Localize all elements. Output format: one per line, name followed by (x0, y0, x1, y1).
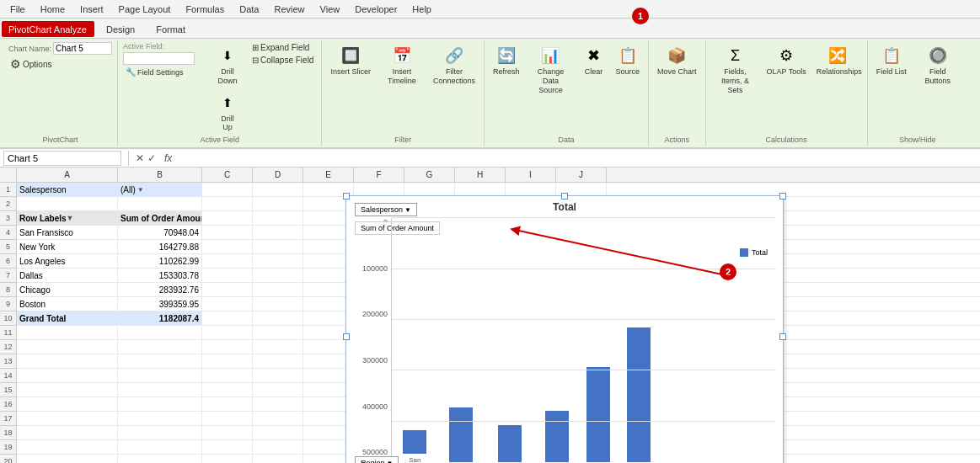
menu-developer[interactable]: Developer (348, 3, 404, 16)
row-header-17[interactable]: 17 (0, 412, 16, 426)
row-header-4[interactable]: 4 (0, 226, 16, 240)
row-header-7[interactable]: 7 (0, 269, 16, 283)
row-header-8[interactable]: 8 (0, 283, 16, 297)
row-header-1[interactable]: 1 (0, 183, 16, 197)
row-header-5[interactable]: 5 (0, 240, 16, 254)
name-box[interactable] (3, 151, 121, 166)
menu-page-layout[interactable]: Page Layout (112, 3, 178, 16)
active-field-input[interactable] (123, 52, 195, 65)
relationships-button[interactable]: 🔀 Relationships (813, 42, 862, 78)
cell-a3[interactable]: Row Labels ▼ (17, 211, 118, 225)
cell-b2[interactable] (118, 197, 202, 210)
cell-c8[interactable] (202, 283, 253, 296)
tab-design[interactable]: Design (96, 20, 146, 38)
col-header-j[interactable]: J (556, 168, 607, 182)
row-header-20[interactable]: 20 (0, 455, 16, 463)
menu-view[interactable]: View (313, 3, 347, 16)
cell-c9[interactable] (202, 297, 253, 311)
col-header-e[interactable]: E (303, 168, 354, 182)
cell-b10[interactable]: 1182087.4 (118, 311, 202, 325)
col-header-d[interactable]: D (253, 168, 303, 182)
cell-a10[interactable]: Grand Total (17, 311, 118, 325)
menu-home[interactable]: Home (34, 3, 72, 16)
filter-connections-button[interactable]: 🔗 Filter Connections (430, 42, 479, 88)
handle-lc[interactable] (343, 333, 350, 340)
source-button[interactable]: 📋 Source (612, 42, 643, 78)
menu-formulas[interactable]: Formulas (179, 3, 231, 16)
menu-insert[interactable]: Insert (73, 3, 110, 16)
cell-d2[interactable] (253, 197, 303, 210)
cell-a2[interactable] (17, 197, 118, 210)
cell-c1[interactable] (202, 183, 253, 196)
cell-b3[interactable]: Sum of Order Amount (118, 211, 202, 225)
drill-up-button[interactable]: ⬆ Drill Up (212, 89, 243, 135)
row-header-6[interactable]: 6 (0, 254, 16, 269)
cell-a1[interactable]: Salesperson (17, 183, 118, 196)
row-header-19[interactable]: 19 (0, 440, 16, 455)
cell-c6[interactable] (202, 254, 253, 268)
cell-c3[interactable] (202, 211, 253, 225)
field-list-button[interactable]: 📋 Field List (873, 42, 910, 78)
cell-d5[interactable] (253, 240, 303, 253)
cell-d10[interactable] (253, 311, 303, 325)
clear-button[interactable]: ✖ Clear (578, 42, 608, 78)
cell-a9[interactable]: Boston (17, 297, 118, 311)
chart-name-input[interactable] (53, 42, 112, 55)
region-filter-button[interactable]: Region ▼ (355, 456, 399, 463)
change-data-source-button[interactable]: 📊 Change Data Source (526, 42, 575, 96)
move-chart-button[interactable]: 📦 Move Chart (654, 42, 700, 78)
cell-b5[interactable]: 164279.88 (118, 240, 202, 253)
cell-a6[interactable]: Los Angeles (17, 254, 118, 268)
bar-dallas[interactable]: Dallas (545, 411, 569, 463)
row-header-14[interactable]: 14 (0, 369, 16, 383)
col-header-i[interactable]: I (506, 168, 556, 182)
row-header-10[interactable]: 10 (0, 311, 16, 326)
row-header-16[interactable]: 16 (0, 397, 16, 412)
cell-i1[interactable] (506, 183, 556, 196)
cell-b4[interactable]: 70948.04 (118, 226, 202, 239)
cell-c10[interactable] (202, 311, 253, 325)
drill-down-button[interactable]: ⬇ Drill Down (212, 42, 243, 88)
cell-b7[interactable]: 153303.78 (118, 269, 202, 282)
row-header-2[interactable]: 2 (0, 197, 16, 211)
handle-tl[interactable] (343, 193, 350, 200)
cell-g1[interactable] (404, 183, 455, 196)
collapse-field-button[interactable]: ⊟ Collapse Field (249, 55, 316, 66)
cell-c2[interactable] (202, 197, 253, 210)
menu-help[interactable]: Help (405, 3, 438, 16)
formula-input[interactable] (177, 153, 980, 163)
handle-rc[interactable] (779, 333, 786, 340)
menu-file[interactable]: File (3, 3, 32, 16)
tab-pivotchart-analyze[interactable]: PivotChart Analyze (2, 21, 94, 37)
col-header-f[interactable]: F (354, 168, 404, 182)
cancel-icon[interactable]: ✕ (136, 152, 144, 164)
cell-c4[interactable] (202, 226, 253, 239)
cell-b1[interactable]: (All) ▼ (118, 183, 202, 196)
cell-a5[interactable]: New York (17, 240, 118, 253)
row-header-13[interactable]: 13 (0, 354, 16, 369)
row-header-12[interactable]: 12 (0, 340, 16, 354)
cell-h1[interactable] (455, 183, 506, 196)
cell-d8[interactable] (253, 283, 303, 296)
cell-c7[interactable] (202, 269, 253, 282)
row-header-11[interactable]: 11 (0, 326, 16, 340)
col-header-c[interactable]: C (202, 168, 253, 182)
row-header-18[interactable]: 18 (0, 426, 16, 440)
col-header-a[interactable]: A (17, 168, 118, 182)
insert-timeline-button[interactable]: 📅 Insert Timeline (378, 42, 426, 88)
row-header-9[interactable]: 9 (0, 297, 16, 311)
cell-d4[interactable] (253, 226, 303, 239)
col-header-h[interactable]: H (455, 168, 506, 182)
cell-f1[interactable] (354, 183, 404, 196)
refresh-button[interactable]: 🔄 Refresh (490, 42, 523, 78)
cell-d6[interactable] (253, 254, 303, 268)
menu-data[interactable]: Data (233, 3, 265, 16)
row-header-15[interactable]: 15 (0, 383, 16, 397)
handle-tr[interactable] (779, 193, 786, 200)
confirm-icon[interactable]: ✓ (147, 152, 156, 164)
cell-a7[interactable]: Dallas (17, 269, 118, 282)
cell-a8[interactable]: Chicago (17, 283, 118, 296)
row-header-3[interactable]: 3 (0, 211, 16, 226)
bar-los-angeles[interactable]: Los Angeles (491, 425, 528, 463)
menu-review[interactable]: Review (267, 3, 311, 16)
